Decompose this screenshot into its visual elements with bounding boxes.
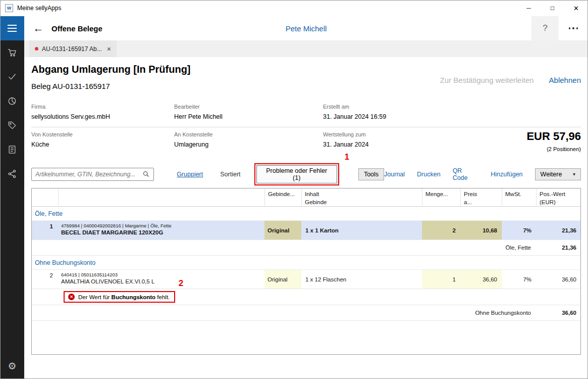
table-row[interactable]: 2 640415 | 05011635114203 AMALTHIA OLIVE… (32, 270, 580, 289)
info-row-1: Firma sellysolutions Serv.ges.mbH Bearbe… (31, 100, 581, 127)
header-menge[interactable]: Menge... (422, 188, 460, 206)
sidebar-item-tasks[interactable] (0, 65, 24, 89)
document-actions: Zur Bestätigung weiterleiten Ablehnen (440, 76, 581, 84)
error-icon: ✕ (68, 294, 75, 300)
wert-cell: 36,60 (536, 270, 580, 289)
search-icon (142, 170, 150, 178)
more-options-button[interactable] (559, 16, 588, 40)
position-count: (2 Positionen) (526, 146, 581, 152)
tools-button[interactable]: Tools (358, 168, 384, 180)
user-name-link[interactable]: Pete Michell (24, 24, 588, 33)
book-icon (7, 145, 17, 155)
minimize-button[interactable]: ─ (517, 0, 541, 16)
hamburger-icon (8, 25, 17, 26)
wert-cell: 21,36 (536, 221, 580, 240)
grouped-link[interactable]: Gruppiert (177, 171, 203, 178)
share-icon (7, 169, 17, 179)
toolbar: Gruppiert Sortiert Probleme oder Fehler … (31, 167, 581, 181)
app-icon: W (5, 4, 13, 12)
positions-table: Gebinde... InhaltGebinde Menge... Preisa… (31, 188, 581, 355)
field-erstellt-am: Erstellt am 31. Januar 2024 16:59 (323, 100, 474, 127)
article-name: BECEL DIAET MARGARINE 120X20G (61, 229, 264, 235)
journal-link[interactable]: Journal (384, 171, 405, 178)
help-button[interactable]: ? (531, 16, 559, 40)
error-message: Der Wert für Buchungskonto fehlt. (78, 294, 170, 300)
annotation-label-2: 2 (179, 278, 183, 289)
print-link[interactable]: Drucken (417, 171, 441, 178)
window-title: Meine sellyApps (17, 5, 61, 12)
menge-cell[interactable]: 2 (422, 221, 460, 240)
field-von-kostenstelle: Von Kostenstelle Küche (31, 127, 174, 155)
tab-label: AU-0131-165917 Ab... (42, 45, 102, 53)
forward-for-approval-button[interactable]: Zur Bestätigung weiterleiten (440, 76, 534, 84)
annotation-box-2: ✕ Der Wert für Buchungskonto fehlt. 2 (64, 291, 175, 303)
error-row: ✕ Der Wert für Buchungskonto fehlt. 2 (32, 289, 580, 305)
search-input[interactable] (35, 171, 142, 178)
pie-chart-icon (7, 96, 17, 106)
article-meta: 4769984 | 04000492002816 | Margarine | Ö… (61, 223, 264, 228)
ellipsis-icon (569, 27, 571, 29)
check-icon (7, 72, 17, 82)
inhalt-cell: 1 x 12 Flaschen (301, 270, 422, 289)
mwst-cell: 7% (502, 221, 536, 240)
qr-code-link[interactable]: QR Code (453, 167, 479, 181)
group-header: Ohne Buchungskonto (32, 256, 580, 270)
more-dropdown-button[interactable]: Weitere ▾ (535, 168, 581, 180)
sorted-link[interactable]: Sortiert (220, 171, 240, 178)
preis-cell[interactable]: 36,60 (460, 270, 502, 289)
inhalt-cell: 1 x 1 Karton (301, 221, 422, 240)
tab-close-icon[interactable]: × (107, 45, 111, 53)
document-title: Abgang Umlagerung [In Prüfung] (31, 64, 581, 75)
field-bearbeiter: Bearbeiter Herr Pete Michell (174, 100, 323, 127)
group-subtotal: Ohne Buchungskonto 36,60 (32, 305, 580, 321)
unsaved-dot-icon (35, 47, 38, 51)
table-header: Gebinde... InhaltGebinde Menge... Preisa… (32, 188, 580, 207)
sidebar-item-reports[interactable] (0, 89, 24, 113)
field-wertstellung: Wertstellung zum 31. Januar 2024 (323, 127, 474, 155)
group-subtotal: Öle, Fette 21,36 (32, 240, 580, 256)
header-inhalt-gebinde[interactable]: InhaltGebinde (301, 188, 422, 206)
group-header: Öle, Fette (32, 207, 580, 221)
sidebar-item-share[interactable] (0, 162, 24, 186)
table-row[interactable]: 1 4769984 | 04000492002816 | Margarine |… (32, 221, 580, 240)
header-num (32, 188, 58, 206)
tab-bar: AU-0131-165917 Ab... × (24, 40, 588, 57)
header-preis[interactable]: Preisa... (460, 188, 502, 206)
article-name: AMALTHIA OLIVENOEL EX.VI.0,5 L (61, 278, 264, 285)
nav-right: ? (531, 16, 588, 40)
document-tab[interactable]: AU-0131-165917 Ab... × (29, 40, 117, 57)
add-link[interactable]: Hinzufügen (491, 171, 522, 178)
tag-icon (7, 120, 17, 130)
document-total: EUR 57,96 (2 Positionen) (526, 130, 581, 152)
titlebar: W Meine sellyApps ─ □ ✕ (0, 0, 588, 16)
article-meta: 640415 | 05011635114203 (61, 272, 264, 277)
sidebar-item-labels[interactable] (0, 113, 24, 137)
sidebar-item-journal[interactable] (0, 137, 24, 162)
header-pos-wert[interactable]: Pos.-Wert(EUR) (536, 188, 580, 206)
maximize-button[interactable]: □ (541, 0, 564, 16)
settings-button[interactable]: ⚙ (0, 354, 24, 378)
gear-icon: ⚙ (8, 360, 16, 372)
cart-icon (7, 48, 17, 58)
total-amount: EUR 57,96 (526, 130, 581, 143)
close-button[interactable]: ✕ (564, 0, 588, 16)
field-an-kostenstelle: An Kostenstelle Umlagerung (174, 127, 323, 155)
menge-cell[interactable]: 1 (422, 270, 460, 289)
problems-errors-button[interactable]: Probleme oder Fehler (1) (256, 165, 337, 183)
gebinde-cell: Original (264, 221, 301, 240)
chevron-down-icon: ▾ (573, 171, 575, 177)
main-content: Abgang Umlagerung [In Prüfung] Zur Bestä… (24, 57, 588, 379)
window-controls: ─ □ ✕ (517, 0, 588, 16)
document-info-grid: Firma sellysolutions Serv.ges.mbH Bearbe… (31, 100, 581, 155)
hamburger-menu-button[interactable] (0, 16, 24, 40)
search-box (31, 168, 154, 181)
header-description (58, 188, 264, 206)
reject-button[interactable]: Ablehnen (549, 76, 581, 84)
sidebar-item-cart[interactable] (0, 40, 24, 65)
field-firma: Firma sellysolutions Serv.ges.mbH (31, 100, 174, 127)
annotation-box-1: Probleme oder Fehler (1) 1 (254, 163, 339, 185)
header-mwst[interactable]: MwSt. (502, 188, 536, 206)
gebinde-cell: Original (264, 270, 301, 289)
header-gebinde[interactable]: Gebinde... (264, 188, 301, 206)
preis-cell[interactable]: 10,68 (460, 221, 502, 240)
